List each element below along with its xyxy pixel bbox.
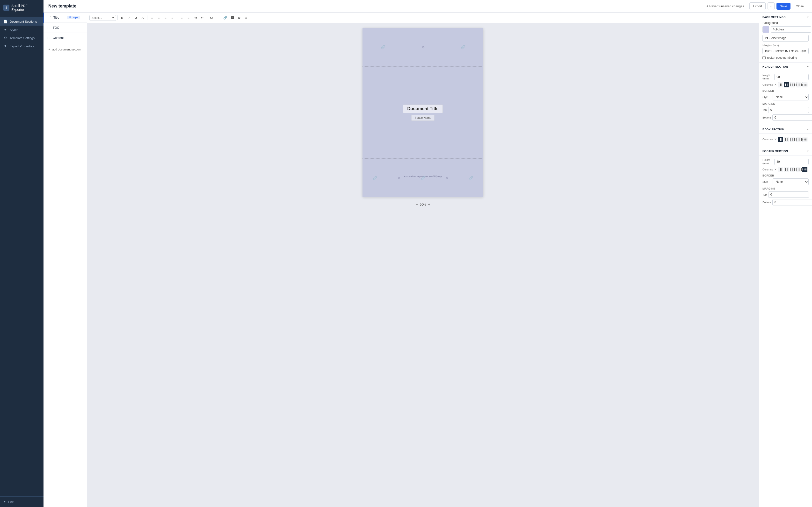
body-col-5[interactable]: ▌╫╫▐ (802, 137, 807, 142)
sidebar-item-styles[interactable]: ✦ Styles (0, 25, 44, 34)
header-col-1[interactable]: █ (778, 82, 783, 88)
footer-col-4[interactable]: ▌║║▐ (796, 167, 801, 172)
footer-col-1[interactable]: █ (778, 167, 783, 172)
footer-border-style-row: Style None Solid Dashed Dotted (762, 178, 809, 185)
style-select[interactable]: Select... ▾ (89, 15, 116, 21)
drag-handle-title[interactable]: ⋮⋮ (47, 16, 52, 19)
underline-button[interactable]: U (133, 15, 139, 21)
background-color-input[interactable] (771, 26, 811, 33)
background-color-swatch[interactable] (762, 26, 769, 33)
align-center-button[interactable]: ≡ (156, 15, 162, 21)
outdent-button[interactable]: ⇤ (199, 15, 205, 21)
header-link-icon-2[interactable]: 🔗 (461, 45, 465, 50)
more-button[interactable]: ··· (767, 2, 774, 10)
export-properties-icon: ⬆ (3, 44, 7, 48)
footer-col-2[interactable]: ▌▐ (784, 167, 789, 172)
header-section-collapse[interactable]: HEADER SECTION ▾ (759, 62, 812, 71)
footer-border-style-select[interactable]: None Solid Dashed Dotted (773, 178, 809, 185)
section-badge-title: All pages (67, 16, 80, 19)
body-columns-options: ✕ █ ▌▐ ▌║▐ ▌║║▐ ▌╫╫▐ (774, 137, 807, 142)
indent-button[interactable]: ⇥ (192, 15, 198, 21)
background-label: Background (762, 21, 809, 24)
canvas-area: Select... ▾ B I U A ≡ ≡ ≡ ≡ ≡ ≡ ⇥ ⇤ Ω (87, 12, 759, 507)
add-button[interactable]: ⊕ (236, 15, 242, 21)
zoom-in-button[interactable]: + (428, 202, 430, 207)
section-more-title[interactable]: ··· (81, 15, 84, 19)
section-more-content[interactable]: ··· (81, 36, 84, 40)
section-name-content: Content (53, 36, 80, 40)
header-col-4[interactable]: ▌║║▐ (796, 82, 801, 88)
special-char-button[interactable]: Ω (208, 15, 215, 21)
header-col-x[interactable]: ✕ (774, 83, 777, 87)
list-unordered-button[interactable]: ≡ (185, 15, 192, 21)
export-button[interactable]: Export (749, 2, 766, 10)
revert-icon: ↺ (705, 4, 708, 8)
header-col-2[interactable]: ▌▐ (784, 82, 789, 88)
header-height-input[interactable] (774, 74, 809, 80)
italic-button[interactable]: I (126, 15, 132, 21)
close-button[interactable]: Close (793, 3, 807, 10)
revert-button[interactable]: ↺ Revert unsaved changes (702, 3, 748, 10)
image-button[interactable]: 🖼 (229, 15, 236, 21)
footer-section-collapse[interactable]: FOOTER SECTION ▾ (759, 147, 812, 156)
body-col-1[interactable]: █ (778, 137, 783, 142)
header-move-icon[interactable]: ✥ (421, 45, 424, 50)
body-section-collapse[interactable]: BODY SECTION ▾ (759, 125, 812, 134)
footer-section-chevron[interactable]: ▾ (807, 150, 809, 153)
bold-button[interactable]: B (119, 15, 125, 21)
list-ordered-button[interactable]: ≡ (179, 15, 185, 21)
section-item-content[interactable]: ⋮⋮ Content ··· (44, 33, 87, 43)
body-col-4[interactable]: ▌║║▐ (796, 137, 801, 142)
add-section-button[interactable]: ＋ add document section (46, 45, 84, 53)
header-top-input[interactable] (768, 107, 809, 113)
body-col-x[interactable]: ✕ (774, 137, 777, 141)
header-border-style-select[interactable]: None Solid Dashed Dotted (773, 94, 809, 101)
link-button[interactable]: 🔗 (222, 15, 229, 21)
page-settings-chevron[interactable]: ▾ (807, 15, 809, 19)
header-link-icon-1[interactable]: 🔗 (380, 45, 386, 50)
zoom-out-button[interactable]: − (416, 202, 418, 207)
header-col-3[interactable]: ▌║▐ (790, 82, 795, 88)
sidebar-item-document-sections[interactable]: 📄 Document Sections (0, 17, 44, 25)
header-col-5[interactable]: ▌╫╫▐ (802, 82, 807, 88)
drag-handle-content[interactable]: ⋮⋮ (46, 36, 51, 39)
align-justify-button[interactable]: ≡ (169, 15, 175, 21)
footer-move-icon-2[interactable]: ✥ (446, 176, 449, 180)
sidebar-item-export-properties[interactable]: ⬆ Export Properties (0, 42, 44, 50)
section-more-toc[interactable]: ··· (81, 25, 84, 30)
footer-link-icon-3[interactable]: 🔗 (469, 176, 473, 180)
help-button[interactable]: ✦ Help (0, 496, 44, 507)
footer-col-5[interactable]: ▌╫╫▐ (802, 167, 807, 172)
footer-bottom-input[interactable] (772, 199, 812, 206)
sidebar-item-template-settings[interactable]: ⚙ Template Settings (0, 34, 44, 42)
body-col-3[interactable]: ▌║▐ (790, 137, 795, 142)
align-right-button[interactable]: ≡ (162, 15, 169, 21)
style-select-value: Select... (92, 16, 102, 19)
app-icon: S (3, 5, 9, 11)
footer-link-icon-1[interactable]: 🔗 (373, 176, 377, 180)
drag-handle-toc[interactable]: ⋮⋮ (46, 26, 51, 29)
select-image-button[interactable]: 🖼 Select image (762, 35, 809, 42)
save-button[interactable]: Save (776, 3, 791, 10)
space-name-placeholder[interactable]: Space Name (411, 115, 434, 121)
footer-col-3[interactable]: ▌║▐ (790, 167, 795, 172)
section-item-toc[interactable]: ⋮⋮ TOC ··· (44, 23, 87, 33)
section-item-title[interactable]: ⋮⋮ Title All pages ··· (44, 12, 87, 23)
header-section-chevron[interactable]: ▾ (807, 65, 809, 68)
table-button[interactable]: ⊞ (243, 15, 249, 21)
footer-move-icon[interactable]: ✥ (398, 176, 400, 180)
color-button[interactable]: A (140, 15, 146, 21)
body-section-chevron[interactable]: ▾ (807, 128, 809, 131)
header-bottom-input[interactable] (772, 114, 812, 121)
footer-top-input[interactable] (768, 191, 809, 198)
margins-input[interactable] (762, 48, 809, 54)
sidebar-item-label: Template Settings (10, 36, 35, 40)
restart-numbering-checkbox[interactable] (762, 56, 766, 59)
em-dash-button[interactable]: — (215, 15, 221, 21)
canvas-scroll[interactable]: 🔗 ✥ 🔗 Document Title Space Name 🔗 ✥ (87, 23, 759, 507)
document-title-placeholder[interactable]: Document Title (403, 105, 443, 113)
align-left-button[interactable]: ≡ (149, 15, 155, 21)
footer-height-input[interactable] (774, 159, 809, 165)
footer-col-x[interactable]: ✕ (774, 168, 777, 171)
body-col-2[interactable]: ▌▐ (784, 137, 789, 142)
